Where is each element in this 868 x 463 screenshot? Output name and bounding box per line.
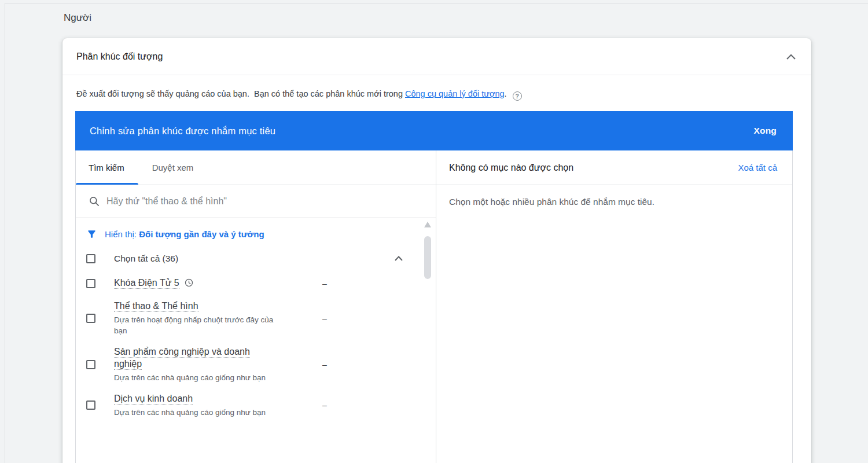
editor-title: Chỉnh sửa phân khúc được nhắm mục tiêu	[90, 126, 275, 137]
select-all-label[interactable]: Chọn tất cả (36)	[114, 253, 274, 264]
filter-prefix: Hiển thị:	[105, 229, 139, 239]
segment-label[interactable]: Khóa Điện Tử 5	[114, 277, 274, 291]
segment-text: Dịch vụ kinh doanh Dựa trên các nhà quản…	[114, 392, 274, 418]
section-title: Người	[64, 12, 91, 24]
filter-funnel-icon	[86, 229, 97, 240]
card-title: Phân khúc đối tượng	[76, 52, 163, 62]
card-description: Đề xuất đối tượng sẽ thấy quảng cáo của …	[76, 88, 796, 101]
segment-value: –	[274, 314, 375, 323]
segment-checkbox[interactable]	[86, 314, 95, 323]
segment-editor-panel: Chỉnh sửa phân khúc được nhắm mục tiêu X…	[75, 111, 793, 463]
segment-description: Dựa trên hoạt động nhấp chuột trước đây …	[114, 314, 274, 336]
help-icon[interactable]: ?	[513, 91, 522, 101]
clock-icon	[184, 280, 194, 289]
audience-manager-link[interactable]: Công cụ quản lý đối tượng	[405, 89, 505, 98]
selection-header: Không có mục nào được chọn Xoá tất cả	[436, 150, 792, 185]
segment-label[interactable]: Thể thao & Thể hình	[114, 300, 274, 312]
segment-checkbox[interactable]	[86, 400, 95, 410]
scroll-up-arrow-icon[interactable]	[424, 222, 431, 227]
tab-search-label: Tìm kiếm	[89, 163, 124, 172]
tabs-bar: Tìm kiếm Duyệt xem	[76, 150, 436, 185]
select-all-row: Chọn tất cả (36)	[76, 248, 436, 270]
selection-status: Không có mục nào được chọn	[449, 163, 573, 173]
segment-description: Dựa trên các nhà quảng cáo giống như bạn	[114, 372, 274, 383]
editor-header-bar: Chỉnh sửa phân khúc được nhắm mục tiêu X…	[75, 111, 793, 150]
tab-browse[interactable]: Duyệt xem	[138, 150, 208, 185]
segment-text: Thể thao & Thể hình Dựa trên hoạt động n…	[114, 300, 274, 336]
search-row	[76, 185, 436, 218]
segment-value: –	[274, 400, 375, 410]
segment-label[interactable]: Sản phẩm công nghiệp và doanh nghiệp	[114, 346, 274, 370]
collapse-list-chevron-icon[interactable]	[394, 253, 403, 264]
segment-value: –	[274, 360, 375, 369]
editor-body: Tìm kiếm Duyệt xem	[75, 150, 793, 463]
list-scrollbar[interactable]	[424, 222, 432, 463]
select-all-checkbox[interactable]	[86, 254, 95, 263]
filter-text: Hiển thị: Đối tượng gần đây và ý tưởng	[105, 229, 264, 239]
clear-all-link[interactable]: Xoá tất cả	[738, 163, 777, 172]
segment-value: –	[274, 279, 375, 288]
segment-checkbox[interactable]	[86, 360, 95, 369]
done-button[interactable]: Xong	[753, 126, 777, 136]
description-text: Đề xuất đối tượng sẽ thấy quảng cáo của …	[76, 89, 405, 98]
selection-empty-message: Chọn một hoặc nhiều phân khúc để nhắm mụ…	[449, 197, 654, 207]
search-input[interactable]	[106, 185, 436, 218]
filter-value: Đối tượng gần đây và ý tưởng	[139, 229, 264, 239]
card-header[interactable]: Phân khúc đối tượng	[62, 38, 811, 75]
tab-browse-label: Duyệt xem	[152, 163, 194, 172]
segment-row: Dịch vụ kinh doanh Dựa trên các nhà quản…	[76, 388, 436, 422]
filter-row[interactable]: Hiển thị: Đối tượng gần đây và ý tưởng	[76, 219, 436, 248]
segment-label[interactable]: Dịch vụ kinh doanh	[114, 392, 274, 405]
audience-segment-card: Phân khúc đối tượng Đề xuất đối tượng sẽ…	[62, 38, 811, 463]
segment-description: Dựa trên các nhà quảng cáo giống như bạn	[114, 407, 274, 418]
search-icon	[89, 196, 100, 207]
tab-search[interactable]: Tìm kiếm	[76, 150, 138, 185]
segment-row: Sản phẩm công nghiệp và doanh nghiệp Dựa…	[76, 341, 436, 388]
selection-panel: Không có mục nào được chọn Xoá tất cả Ch…	[436, 150, 792, 463]
segment-row: Thể thao & Thể hình Dựa trên hoạt động n…	[76, 295, 436, 341]
segment-text: Sản phẩm công nghiệp và doanh nghiệp Dựa…	[114, 346, 274, 383]
segment-checkbox[interactable]	[86, 279, 95, 288]
segment-list: Hiển thị: Đối tượng gần đây và ý tưởng C…	[76, 218, 436, 463]
segment-row: Khóa Điện Tử 5 –	[76, 272, 436, 295]
search-panel: Tìm kiếm Duyệt xem	[76, 150, 436, 463]
collapse-card-chevron-icon[interactable]	[786, 53, 796, 60]
description-suffix: .	[505, 89, 507, 98]
selection-body: Chọn một hoặc nhiều phân khúc để nhắm mụ…	[436, 185, 792, 207]
scrollbar-thumb[interactable]	[424, 236, 431, 279]
